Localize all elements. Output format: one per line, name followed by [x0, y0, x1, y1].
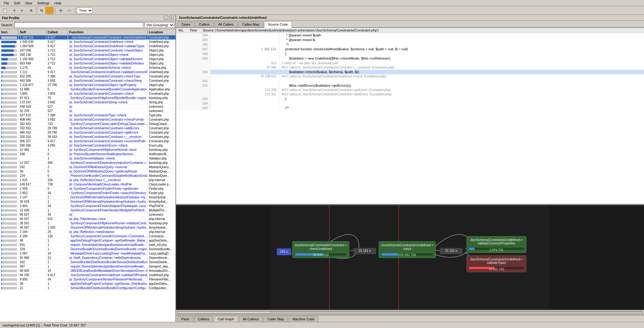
col-called[interactable]: Called [46, 30, 68, 35]
table-row[interactable]: 172 197 3 692 JsonSchema\Constraints\Str… [0, 100, 175, 105]
table-row[interactable]: 587 1 require::/home/tatsh/dev/giantbomb… [0, 264, 175, 269]
source-tab-callee-map[interactable]: Callee Map [238, 21, 263, 27]
table-row[interactable]: 2 087 19 Metadata\Driver\LazyLoadingDriv… [0, 251, 175, 256]
col-self[interactable]: Self [19, 30, 46, 35]
source-tab-all-callers[interactable]: All Callers [214, 21, 238, 27]
toolbar-up-btn[interactable] [27, 7, 35, 14]
table-row[interactable]: 11 057 300 Symfony\Component\DependencyI… [0, 161, 175, 165]
graph-scrollbar[interactable] [176, 310, 644, 315]
table-row[interactable]: 39 1 appDevDebugProjectContainer->getSen… [0, 282, 175, 286]
table-row[interactable]: 162 1 Sensio\Bundle\DistributionBundle\S… [0, 260, 175, 264]
menu-file[interactable]: File [1, 1, 12, 6]
table-row[interactable]: 32 376 527 (unknown) [0, 109, 175, 113]
table-row[interactable]: 306 327 9 417 JsonSchema\Constraints\Con… [0, 139, 175, 143]
toolbar-new-btn[interactable] [1, 7, 9, 14]
scrollbar-thumb[interactable] [178, 311, 271, 314]
close-btn[interactable]: × [169, 16, 174, 20]
bottom-tab-callees[interactable]: Callees [194, 316, 213, 322]
source-tab-source-code[interactable]: Source Code [264, 21, 292, 28]
table-row[interactable]: 392 641 733 Symfony\Component\ClassLoade… [0, 122, 175, 126]
source-tab-callers[interactable]: Callers [195, 21, 213, 27]
bottom-tab-caller-map[interactable]: Caller Map [263, 316, 288, 322]
table-row[interactable]: 1 179 41 JsonSchema\Constraints\Schema->… [0, 66, 175, 70]
table-row[interactable]: 45 537 532 php::FilterIterator->next php… [0, 217, 175, 221]
table-row[interactable]: 3 954 34 Symfony\Component\Finder\Adapte… [0, 204, 175, 208]
source-tab-types[interactable]: Types [177, 21, 194, 27]
table-row[interactable]: 1 JsonSchema\Validator->check Validator.… [0, 156, 175, 161]
col-incl[interactable]: Incl. [0, 30, 19, 35]
table-row[interactable]: 290 936 3 855 JsonSchema\Constraints\Enu… [0, 143, 175, 148]
table-row[interactable]: 408 445 3 692 JsonSchema\Constraints\Con… [0, 118, 175, 122]
table-row[interactable]: 209 138 1 712 JsonSchema\Constraints\Obj… [0, 53, 175, 57]
incl-bar [1, 118, 17, 121]
toolbar-move-btn[interactable] [57, 7, 65, 14]
table-row[interactable]: 36 501 1 Symfony\Component\HttpKernel\Ke… [0, 221, 175, 226]
table-row[interactable]: 95 817 34 (unknown) [0, 213, 175, 217]
table-row[interactable]: 693 648 1 712 JsonSchema\Constraints\Obj… [0, 61, 175, 66]
table-row[interactable]: 1 559 0 Symfony\Component\Finder\Finder-… [0, 187, 175, 191]
table-row[interactable]: 1 064 909 9 417 JsonSchema\Constraints\U… [0, 44, 175, 48]
toolbar-active-btn[interactable] [45, 7, 53, 14]
menu-settings[interactable]: Settings [35, 1, 52, 6]
menu-edit[interactable]: Edit [12, 1, 23, 6]
bottom-tab-parts[interactable]: Parts [177, 316, 193, 322]
table-row[interactable]: 1 111 9 417 JsonSchema\Constraints\Undef… [0, 70, 175, 74]
toolbar-code-btn[interactable]: <> [65, 7, 74, 14]
bottom-tab-all-callees[interactable]: All Callees [239, 316, 263, 322]
table-row[interactable]: 922 205 7 380 JsonSchema\Constraints\Con… [0, 74, 175, 79]
table-row[interactable]: 149 617 739 Composer\Autoload\ClassLoade… [0, 182, 175, 187]
table-row[interactable]: 21 1 Sensio\Bundle\DistributionBundle\Co… [0, 286, 175, 290]
table-row[interactable]: 3 855 3 855 JsonSchema\Constraints\Const… [0, 92, 175, 96]
table-row[interactable]: 12 482 1 Symfony\Component\HttpKernel\Ke… [0, 148, 175, 152]
col-function[interactable]: Function [68, 30, 148, 35]
table-row[interactable]: 1 150 560 1 712 JsonSchema\Constraints\O… [0, 57, 175, 61]
table-row[interactable]: 197 038 1 712 JsonSchema\Constraints\Con… [0, 48, 175, 53]
col-location[interactable]: Location [148, 30, 175, 35]
table-row[interactable]: 332 552 29 789 JsonSchema\Constraints\Co… [0, 126, 175, 131]
table-row[interactable]: 35 629 1 Doctrine\ORM\Internal\Hydration… [0, 200, 175, 204]
table-row[interactable]: 931 1 require::/home/tatsh/dev/giantbomb… [0, 243, 175, 247]
table-row[interactable]: 68 920 19 JMS\DIExtraBundle\Metadata\Dri… [0, 269, 175, 273]
table-row[interactable]: 330 016 39 163 JsonSchema\Constraints\Co… [0, 135, 175, 139]
toolbar-percent-btn[interactable]: % [39, 8, 45, 13]
table-row[interactable]: 224 0 Phoenix\UserBundle\Command\Disable… [0, 174, 175, 178]
table-row[interactable]: 438 418 527 (unknown) [0, 105, 175, 109]
table-row[interactable]: 87 913 75 Symfony\Component\HttpKernel\B… [0, 96, 175, 100]
table-row[interactable]: 2 184 24 php::Reflection->newInstance ph… [0, 230, 175, 234]
svg-point-6 [48, 9, 51, 12]
time-select[interactable]: Time [77, 7, 93, 14]
menu-help[interactable]: Help [52, 1, 64, 6]
bar-bg [1, 235, 17, 238]
table-row[interactable]: 12 888 0 Symfony\Bundle\FrameworkBundle\… [0, 87, 175, 92]
table-row[interactable]: 486 410 29 790 JsonSchema\Constraints\Co… [0, 131, 175, 135]
table-row[interactable]: 30 0 Doctrine\ORM\AbstractQuery->getArra… [0, 169, 175, 174]
table-row[interactable]: 1 615 150 php::ReflectionClass->__constr… [0, 178, 175, 182]
table-row[interactable]: 12 630 1 Symfony\Component\Finder\Iterat… [0, 208, 175, 213]
table-row[interactable]: 6 180 126 Symfony\Component\Console\Comm… [0, 234, 175, 239]
table-row[interactable]: 242 2 Doctrine\ORM\AbstractQuery->execut… [0, 165, 175, 169]
bottom-tab-call-graph[interactable]: Call Graph [214, 316, 238, 322]
table-row[interactable]: 92 968 22 Swift_DependencyContainer->wit… [0, 256, 175, 260]
grouping-select[interactable]: (No Grouping) [145, 22, 174, 28]
incl-bar [1, 257, 17, 259]
table-row[interactable]: 438 0 Phoenix\Bundle\Service\Notificatio… [0, 152, 175, 156]
table-row[interactable]: 229 1 Doctrine\Bundle\DoctrineBundle\Doc… [0, 247, 175, 251]
table-row[interactable]: 48 1 appDevDebugProjectContainer->getSwi… [0, 239, 175, 243]
minimize-btn[interactable]: _ [164, 16, 168, 20]
toolbar-forward-btn[interactable] [19, 7, 27, 14]
table-row[interactable]: 2 853 34 Symfony\Component\Finder\Finder… [0, 191, 175, 195]
toolbar-back-btn[interactable] [10, 7, 18, 14]
menu-view[interactable]: View [23, 1, 35, 6]
table-row[interactable]: 1 216 877 27 790 JsonSchema\Constraints\… [0, 83, 175, 87]
table-row[interactable]: 40 047 1 000 Doctrine\ORM\Internal\Hydra… [0, 226, 175, 230]
table-row[interactable]: 527 515 7 380 JsonSchema\Constraints\Typ… [0, 113, 175, 118]
scrollbar-track[interactable] [177, 311, 643, 314]
table-row[interactable]: 442 936 3 692 JsonSchema\Constraints\Con… [0, 79, 175, 83]
table-row[interactable]: 1 545 030 9 417 JsonSchema\Constraints\U… [0, 40, 175, 44]
search-input[interactable] [14, 22, 143, 28]
bottom-tab-machine-code[interactable]: Machine Code [288, 316, 318, 322]
table-row[interactable]: 1 165 131 9 417 JsonSchema\Constraints\C… [0, 35, 175, 40]
table-row[interactable]: 94 335 9 417 JsonSchema\Constraints\Unde… [0, 273, 175, 277]
table-row[interactable]: 9 850 34 Symfony\Component\Iterator\File… [0, 277, 175, 282]
table-row[interactable]: 2 147 2 Doctrine\ORM\Internal\Hydration\… [0, 195, 175, 200]
